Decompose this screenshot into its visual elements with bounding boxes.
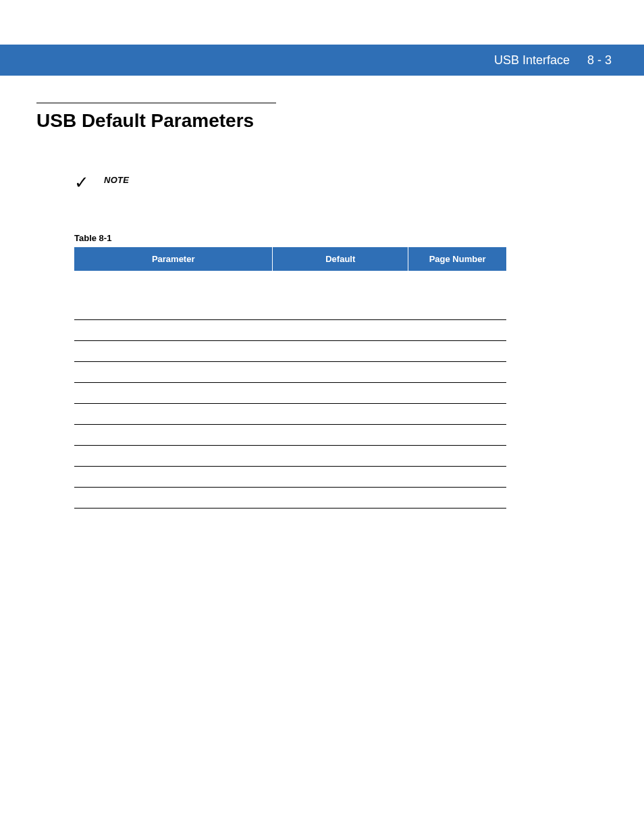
table-row — [74, 425, 506, 446]
table-cell — [273, 425, 408, 446]
table-cell — [408, 362, 506, 383]
table-cell — [408, 425, 506, 446]
table-row — [74, 467, 506, 488]
table-spacer-row — [74, 271, 506, 290]
table-cell — [74, 383, 273, 404]
table-cell — [273, 404, 408, 425]
section-title: USB Default Parameters — [36, 110, 608, 132]
header-page-number: 8 - 3 — [587, 53, 612, 68]
table-cell — [74, 467, 273, 488]
table-cell — [273, 446, 408, 467]
table-cell — [74, 446, 273, 467]
table-row — [74, 446, 506, 467]
table-row — [74, 320, 506, 341]
table-cell — [273, 290, 408, 320]
table-cell — [408, 404, 506, 425]
table-cell — [273, 467, 408, 488]
note-label: NOTE — [104, 175, 129, 185]
table-row — [74, 290, 506, 320]
table-cell — [74, 425, 273, 446]
table-cell — [74, 362, 273, 383]
table-cell — [74, 271, 273, 290]
table-cell — [273, 488, 408, 509]
table-cell — [273, 362, 408, 383]
table-cell — [273, 341, 408, 362]
table-row — [74, 383, 506, 404]
parameter-table: Parameter Default Page Number — [74, 247, 506, 509]
header-section-title: USB Interface — [494, 53, 570, 68]
table-cell — [408, 271, 506, 290]
note-block: ✓ NOTE — [74, 175, 608, 191]
column-header-page-number: Page Number — [408, 247, 506, 271]
table-cell — [408, 488, 506, 509]
table-cell — [74, 404, 273, 425]
table-cell — [273, 383, 408, 404]
table-cell — [408, 467, 506, 488]
column-header-parameter: Parameter — [74, 247, 273, 271]
table-cell — [273, 320, 408, 341]
table-cell — [408, 290, 506, 320]
section-rule — [36, 103, 276, 103]
table-cell — [74, 488, 273, 509]
page-content: USB Default Parameters ✓ NOTE Table 8-1 … — [0, 103, 644, 509]
table-cell — [74, 341, 273, 362]
check-icon: ✓ — [74, 174, 89, 191]
table-cell — [408, 383, 506, 404]
table-cell — [74, 290, 273, 320]
table-caption: Table 8-1 — [74, 233, 608, 243]
table-cell — [408, 320, 506, 341]
table-row — [74, 488, 506, 509]
table-cell — [74, 320, 273, 341]
table-cell — [408, 341, 506, 362]
table-cell — [408, 446, 506, 467]
column-header-default: Default — [273, 247, 408, 271]
table-row — [74, 341, 506, 362]
table-row — [74, 362, 506, 383]
table-cell — [273, 271, 408, 290]
table-header-row: Parameter Default Page Number — [74, 247, 506, 271]
page-header-bar: USB Interface 8 - 3 — [0, 45, 644, 76]
table-row — [74, 404, 506, 425]
